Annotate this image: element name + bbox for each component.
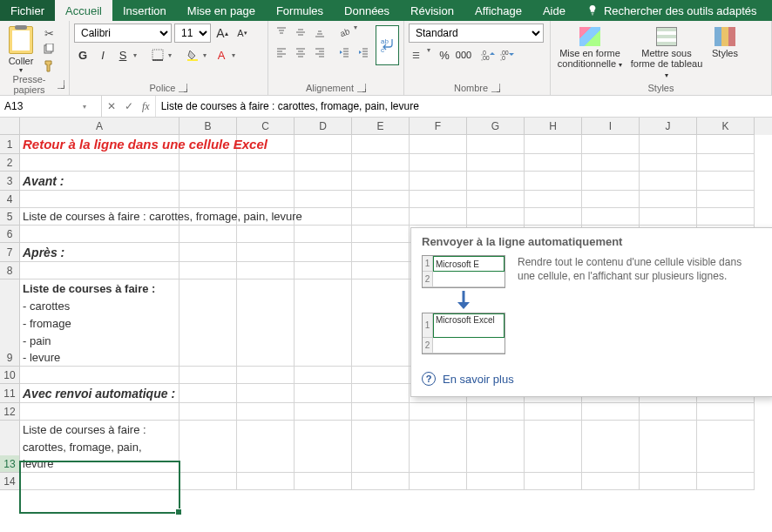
- increase-indent-button[interactable]: [355, 44, 372, 61]
- cell[interactable]: [295, 297, 352, 314]
- row-header[interactable]: 6: [0, 226, 20, 243]
- col-header-c[interactable]: C: [237, 118, 295, 135]
- tab-formulas[interactable]: Formules: [266, 0, 334, 21]
- cell[interactable]: [237, 243, 295, 262]
- cell[interactable]: [295, 384, 352, 403]
- cell[interactable]: [467, 403, 525, 421]
- cell[interactable]: [525, 421, 582, 438]
- font-name-select[interactable]: Calibri: [74, 24, 172, 43]
- cell[interactable]: [582, 421, 640, 438]
- cell[interactable]: [179, 243, 237, 262]
- cell[interactable]: Liste de courses à faire : carottes, fro…: [20, 208, 179, 226]
- cell[interactable]: [179, 332, 237, 349]
- cell[interactable]: [582, 135, 640, 154]
- cell[interactable]: [697, 191, 755, 208]
- tab-view[interactable]: Affichage: [464, 0, 532, 21]
- cell[interactable]: [582, 208, 640, 226]
- cell[interactable]: [697, 421, 755, 438]
- cell[interactable]: [295, 226, 352, 243]
- col-header-f[interactable]: F: [410, 118, 467, 135]
- cell[interactable]: - carottes: [20, 297, 179, 314]
- grow-font-button[interactable]: A▴: [213, 24, 231, 42]
- cell[interactable]: [640, 403, 697, 421]
- cell[interactable]: [237, 297, 295, 314]
- cell[interactable]: [295, 314, 352, 332]
- cell[interactable]: [525, 191, 582, 208]
- cell[interactable]: [352, 243, 410, 262]
- cell[interactable]: [20, 473, 179, 490]
- cell[interactable]: [295, 367, 352, 384]
- align-top-button[interactable]: [273, 24, 290, 41]
- cell[interactable]: [237, 349, 295, 367]
- tooltip-learn-more-link[interactable]: ? En savoir plus: [422, 372, 762, 386]
- cell[interactable]: [467, 172, 525, 191]
- cell[interactable]: [467, 135, 525, 154]
- number-dialog-launcher[interactable]: [491, 84, 500, 92]
- tab-file[interactable]: Fichier: [0, 0, 55, 21]
- tab-insert[interactable]: Insertion: [112, 0, 177, 21]
- fill-color-button[interactable]: [184, 46, 201, 64]
- row-header[interactable]: 9: [0, 349, 20, 367]
- row-header[interactable]: [0, 314, 20, 332]
- cancel-formula-button[interactable]: ✕: [107, 100, 116, 112]
- cell[interactable]: [352, 279, 410, 297]
- cell[interactable]: [352, 135, 410, 154]
- cell[interactable]: [179, 154, 237, 172]
- cut-button[interactable]: ✂: [41, 27, 57, 39]
- cell[interactable]: [410, 473, 467, 490]
- cell[interactable]: [410, 403, 467, 421]
- cell[interactable]: [237, 403, 295, 421]
- row-header[interactable]: 8: [0, 262, 20, 279]
- cell[interactable]: [179, 367, 237, 384]
- cell[interactable]: [640, 438, 697, 455]
- cell[interactable]: [467, 154, 525, 172]
- paste-button[interactable]: Coller ▾: [4, 24, 37, 74]
- cell[interactable]: [410, 191, 467, 208]
- cell[interactable]: [20, 154, 179, 172]
- cell[interactable]: [237, 154, 295, 172]
- cell[interactable]: [525, 172, 582, 191]
- cell[interactable]: [525, 473, 582, 490]
- cell[interactable]: [179, 384, 237, 403]
- col-header-g[interactable]: G: [467, 118, 525, 135]
- row-header[interactable]: 12: [0, 403, 20, 421]
- cell[interactable]: Avec renvoi automatique :: [20, 384, 179, 403]
- cell[interactable]: [525, 403, 582, 421]
- cell[interactable]: [237, 226, 295, 243]
- cell[interactable]: [179, 262, 237, 279]
- col-header-a[interactable]: A: [20, 118, 179, 135]
- worksheet[interactable]: A B C D E F G H I J K 1Retour à la ligne…: [0, 118, 772, 532]
- cell[interactable]: [237, 279, 295, 297]
- cell[interactable]: [640, 191, 697, 208]
- cell[interactable]: [295, 208, 352, 226]
- align-left-button[interactable]: [273, 44, 290, 61]
- cell[interactable]: [697, 473, 755, 490]
- formula-input[interactable]: [156, 96, 772, 117]
- underline-button[interactable]: S: [114, 46, 132, 64]
- row-header[interactable]: 2: [0, 154, 20, 172]
- cell[interactable]: [237, 367, 295, 384]
- cell[interactable]: [410, 455, 467, 473]
- cell[interactable]: [352, 262, 410, 279]
- cell[interactable]: [179, 297, 237, 314]
- accounting-format-button[interactable]: ☰: [409, 46, 426, 64]
- cell[interactable]: [179, 455, 237, 473]
- chevron-down-icon[interactable]: ▾: [133, 51, 140, 59]
- row-header[interactable]: 11: [0, 384, 20, 403]
- col-header-i[interactable]: I: [582, 118, 640, 135]
- tab-data[interactable]: Données: [334, 0, 400, 21]
- cell[interactable]: [352, 172, 410, 191]
- font-size-select[interactable]: 11: [174, 24, 211, 43]
- chevron-down-icon[interactable]: ▾: [83, 103, 86, 111]
- font-color-button[interactable]: A: [213, 46, 230, 64]
- cell[interactable]: [20, 226, 179, 243]
- alignment-dialog-launcher[interactable]: [357, 84, 366, 92]
- cell[interactable]: [525, 154, 582, 172]
- cell-styles-button[interactable]: Styles de cellule: [708, 25, 742, 83]
- enter-formula-button[interactable]: ✓: [125, 100, 133, 112]
- cell[interactable]: [582, 172, 640, 191]
- tell-me-search[interactable]: Rechercher des outils adaptés: [576, 0, 768, 21]
- insert-function-button[interactable]: fx: [142, 100, 150, 113]
- cell[interactable]: [20, 367, 179, 384]
- name-box[interactable]: ▾: [0, 96, 102, 117]
